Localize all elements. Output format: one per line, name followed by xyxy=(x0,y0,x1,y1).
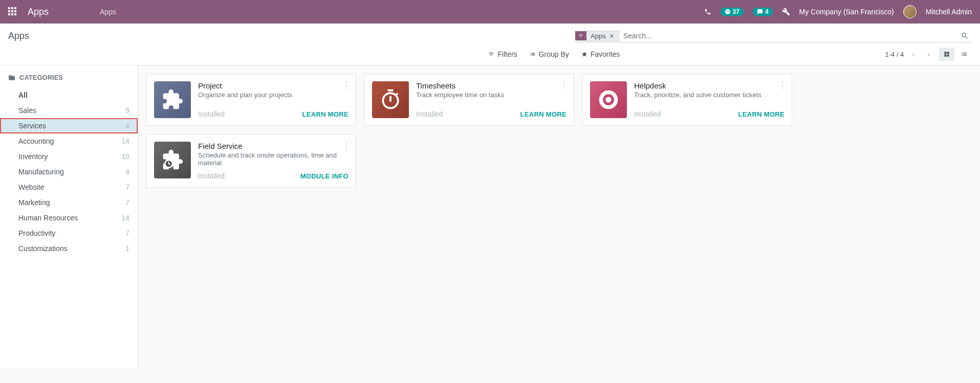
pager-prev-icon[interactable]: ‹ xyxy=(908,48,919,61)
tools-icon[interactable] xyxy=(782,8,790,16)
activities-badge[interactable]: 37 xyxy=(721,8,744,16)
sidebar-item-productivity[interactable]: Productivity 7 xyxy=(0,226,138,241)
toolbar-right: 1-4 / 4 ‹ › xyxy=(885,48,972,61)
breadcrumb[interactable]: Apps xyxy=(100,8,116,16)
module-info-button[interactable]: MODULE INFO xyxy=(300,172,349,180)
sidebar-item-website[interactable]: Website 7 xyxy=(0,179,138,195)
phone-icon[interactable] xyxy=(704,8,711,15)
groupby-button[interactable]: Group By xyxy=(530,50,569,58)
card-footer: Installed LEARN MORE xyxy=(198,105,349,118)
control-row-2: Filters Group By Favorites 1-4 / 4 ‹ › xyxy=(8,48,972,61)
favorites-button[interactable]: Favorites xyxy=(581,50,620,58)
sidebar-item-count: 7 xyxy=(125,229,129,237)
learn-more-button[interactable]: LEARN MORE xyxy=(302,110,349,118)
sidebar-item-count: 9 xyxy=(125,106,129,115)
sidebar-item-label: Customizations xyxy=(18,244,68,253)
topbar-right: 37 4 My Company (San Francisco) Mitchell… xyxy=(704,5,972,18)
sidebar-item-marketing[interactable]: Marketing 7 xyxy=(0,195,138,210)
sidebar-item-sales[interactable]: Sales 9 xyxy=(0,103,138,118)
sidebar-item-label: Accounting xyxy=(18,137,54,145)
card-desc: Track employee time on tasks xyxy=(416,91,567,99)
topbar: Apps Apps 37 4 My Company (San Francisco… xyxy=(0,0,980,24)
filter-icon xyxy=(575,31,586,40)
sidebar-item-services[interactable]: Services 4 xyxy=(0,118,138,133)
card-status: Installed xyxy=(198,110,225,118)
stopwatch-icon xyxy=(372,81,409,118)
card-body: Project Organize and plan your projects … xyxy=(198,81,349,118)
app-card-project[interactable]: ⋮ Project Organize and plan your project… xyxy=(146,74,356,126)
favorites-label: Favorites xyxy=(591,50,620,58)
sidebar-item-count: 4 xyxy=(125,168,129,176)
categories-header: CATEGORIES xyxy=(0,74,138,87)
card-menu-icon[interactable]: ⋮ xyxy=(342,80,351,90)
activities-count: 37 xyxy=(733,8,739,15)
sidebar-item-manufacturing[interactable]: Manufacturing 4 xyxy=(0,164,138,179)
sidebar-item-label: All xyxy=(18,91,28,99)
sidebar-item-all[interactable]: All xyxy=(0,87,138,103)
card-desc: Organize and plan your projects xyxy=(198,91,349,99)
card-body: Field Service Schedule and track onsite … xyxy=(198,142,349,180)
sidebar-item-count: 10 xyxy=(121,152,129,161)
sidebar-item-inventory[interactable]: Inventory 10 xyxy=(0,149,138,164)
kanban-view-icon[interactable] xyxy=(939,48,954,61)
sidebar-item-count: 7 xyxy=(125,183,129,191)
view-switcher xyxy=(939,48,972,61)
app-card-helpdesk[interactable]: ⋮ Helpdesk Track, prioritize, and solve … xyxy=(582,74,792,126)
kanban-cards: ⋮ Project Organize and plan your project… xyxy=(146,74,972,188)
groupby-label: Group By xyxy=(539,50,569,58)
card-status: Installed xyxy=(634,110,661,118)
apps-grid-icon[interactable] xyxy=(8,7,17,16)
sidebar-item-label: Productivity xyxy=(18,229,55,237)
avatar[interactable] xyxy=(903,5,917,18)
card-title: Field Service xyxy=(198,142,349,150)
control-panel: Apps Apps ✕ Filters xyxy=(0,24,980,65)
list-view-icon[interactable] xyxy=(956,48,972,61)
search-icon[interactable] xyxy=(957,32,972,40)
chip-close-icon[interactable]: ✕ xyxy=(609,32,615,40)
company-selector[interactable]: My Company (San Francisco) xyxy=(799,8,894,16)
sidebar-item-label: Manufacturing xyxy=(18,168,64,176)
messages-badge[interactable]: 4 xyxy=(753,8,773,16)
search-input[interactable] xyxy=(619,30,957,42)
body: CATEGORIES All Sales 9 Services 4 Accoun… xyxy=(0,65,980,369)
app-card-timesheets[interactable]: ⋮ Timesheets Track employee time on task… xyxy=(364,74,574,126)
pager: 1-4 / 4 ‹ › xyxy=(885,48,934,61)
card-body: Timesheets Track employee time on tasks … xyxy=(416,81,567,118)
card-menu-icon[interactable]: ⋮ xyxy=(342,141,351,150)
pager-next-icon[interactable]: › xyxy=(923,48,934,61)
card-desc: Schedule and track onsite operations, ti… xyxy=(198,151,349,167)
card-footer: Installed LEARN MORE xyxy=(634,105,785,118)
card-menu-icon[interactable]: ⋮ xyxy=(778,80,787,90)
brand-title: Apps xyxy=(28,7,49,17)
sidebar-item-label: Website xyxy=(18,183,44,191)
folder-icon xyxy=(8,74,15,81)
topbar-left: Apps Apps xyxy=(8,7,116,17)
search-area: Apps ✕ xyxy=(575,30,972,42)
control-row-1: Apps Apps ✕ xyxy=(8,30,972,42)
lifering-icon xyxy=(590,81,627,118)
categories-title: CATEGORIES xyxy=(19,74,63,81)
learn-more-button[interactable]: LEARN MORE xyxy=(520,110,567,118)
app-card-field-service[interactable]: ⋮ Field Service Schedule and track onsit… xyxy=(146,134,356,188)
pager-text: 1-4 / 4 xyxy=(885,51,904,58)
puzzle-clock-icon xyxy=(154,142,191,178)
sidebar-item-count: 14 xyxy=(121,137,129,145)
user-menu[interactable]: Mitchell Admin xyxy=(926,8,972,16)
sidebar-item-count: 1 xyxy=(125,244,129,253)
card-title: Project xyxy=(198,81,349,90)
sidebar-item-hr[interactable]: Human Resources 14 xyxy=(0,210,138,226)
sidebar-item-count: 14 xyxy=(121,214,129,222)
search-chip: Apps ✕ xyxy=(575,31,619,41)
sidebar-item-label: Inventory xyxy=(18,152,48,161)
search-chip-label: Apps xyxy=(591,32,606,40)
filters-button[interactable]: Filters xyxy=(488,50,517,58)
sidebar-item-customizations[interactable]: Customizations 1 xyxy=(0,241,138,256)
card-footer: Installed LEARN MORE xyxy=(416,105,567,118)
card-menu-icon[interactable]: ⋮ xyxy=(560,80,569,90)
sidebar-item-label: Sales xyxy=(18,106,36,115)
learn-more-button[interactable]: LEARN MORE xyxy=(738,110,785,118)
content: ⋮ Project Organize and plan your project… xyxy=(138,65,980,369)
sidebar-item-accounting[interactable]: Accounting 14 xyxy=(0,133,138,149)
card-title: Helpdesk xyxy=(634,81,785,90)
card-status: Installed xyxy=(198,172,225,180)
